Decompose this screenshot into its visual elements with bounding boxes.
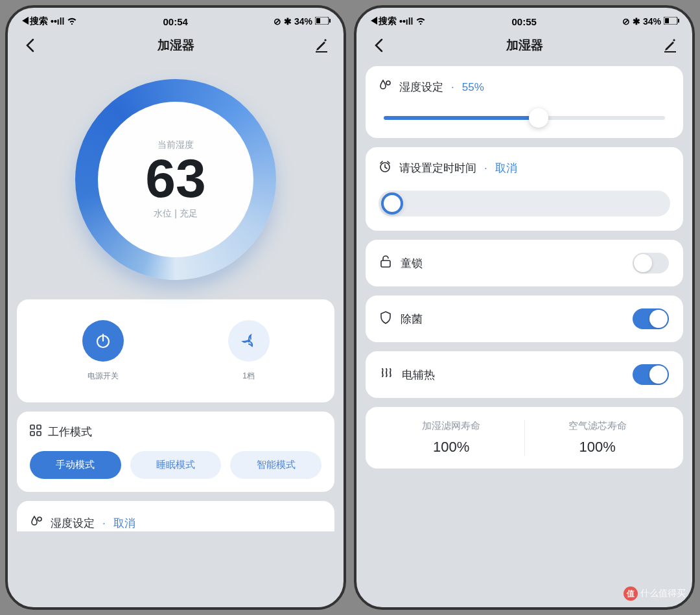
lock-icon [380, 255, 391, 272]
battery-icon [315, 16, 331, 27]
svg-point-11 [38, 517, 41, 521]
content-area: 当前湿度 63 水位 | 充足 电源开关 1档 [8, 66, 344, 607]
mode-sleep[interactable]: 睡眠模式 [130, 451, 222, 479]
sterilize-card: 除菌 [366, 296, 683, 342]
mode-card: 工作模式 手动模式 睡眠模式 智能模式 [17, 412, 334, 492]
humidity-gauge: 当前湿度 63 水位 | 充足 [17, 66, 334, 299]
battery-icon [664, 16, 679, 27]
orientation-lock-icon: ⊘ [274, 16, 281, 27]
sterilize-label: 除菌 [401, 312, 423, 327]
app-header: 加湿器 [8, 30, 344, 66]
battery-pct: 34% [294, 16, 312, 27]
timer-cancel-link[interactable]: 取消 [495, 161, 517, 176]
clock: 00:54 [163, 16, 188, 27]
svg-rect-2 [316, 18, 320, 23]
humidity-slider[interactable] [384, 116, 665, 120]
childlock-switch[interactable] [633, 253, 669, 273]
wifi-icon [415, 16, 426, 27]
status-bar: ◀搜索 ••ıll 00:55 ⊘ ✱ 34% [356, 8, 692, 30]
power-label: 电源开关 [88, 371, 119, 382]
phone-screen-right: ◀搜索 ••ıll 00:55 ⊘ ✱ 34% 加湿器 [354, 5, 695, 610]
heater-card: 电辅热 [366, 351, 683, 398]
svg-rect-18 [381, 261, 390, 267]
humidity-setting-label: 湿度设定 [51, 516, 95, 531]
humidity-setting-value: 55% [462, 81, 484, 94]
app-header: 加湿器 [356, 30, 692, 66]
back-button[interactable] [369, 36, 388, 54]
edit-button[interactable] [661, 36, 679, 54]
timer-icon [379, 160, 391, 176]
sterilize-switch[interactable] [633, 308, 669, 329]
content-area: 湿度设定 · 55% 请设置定时时间 · 取消 [356, 66, 692, 607]
fan-speed-button[interactable] [228, 320, 270, 362]
heat-icon [380, 367, 393, 383]
bluetooth-icon: ✱ [633, 16, 640, 27]
filter-life-card: 加湿滤网寿命 100% 空气滤芯寿命 100% [366, 407, 683, 469]
svg-point-16 [386, 81, 390, 85]
svg-rect-10 [37, 432, 41, 435]
slider-thumb[interactable] [529, 108, 548, 128]
timer-label: 请设置定时时间 [399, 161, 476, 176]
page-title: 加湿器 [506, 37, 543, 54]
shield-icon [380, 311, 391, 327]
svg-rect-13 [678, 19, 679, 23]
page-title: 加湿器 [158, 37, 194, 54]
mode-manual[interactable]: 手动模式 [30, 451, 121, 479]
droplet-icon [30, 515, 43, 531]
grid-icon [30, 424, 41, 439]
gauge-value: 63 [145, 151, 205, 205]
svg-rect-15 [664, 51, 676, 52]
orientation-lock-icon: ⊘ [622, 16, 630, 27]
bluetooth-icon: ✱ [284, 16, 292, 27]
humidity-setting-label: 湿度设定 [399, 80, 443, 95]
status-bar: ◀搜索 ••ıll 00:54 ⊘ ✱ 34% [8, 8, 344, 30]
svg-rect-9 [30, 432, 34, 435]
heater-label: 电辅热 [402, 367, 435, 382]
fan-speed-label: 1档 [242, 371, 255, 382]
humidity-cancel-link[interactable]: 取消 [113, 516, 135, 531]
watermark: 值 什么值得买 [624, 586, 686, 601]
back-to-app[interactable]: ◀搜索 [369, 16, 397, 27]
clock: 00:55 [512, 16, 537, 27]
air-filter-value: 100% [525, 439, 671, 456]
battery-pct: 34% [643, 16, 661, 27]
power-button[interactable] [82, 320, 124, 362]
timer-slider-thumb[interactable] [381, 192, 403, 215]
mode-smart[interactable]: 智能模式 [230, 451, 321, 479]
humid-filter-label: 加湿滤网寿命 [379, 420, 524, 432]
humidity-setting-card: 湿度设定 · 55% [366, 66, 683, 138]
svg-rect-8 [37, 425, 41, 429]
timer-card: 请设置定时时间 · 取消 [366, 147, 683, 231]
signal-icon: ••ıll [399, 16, 413, 27]
heater-switch[interactable] [633, 364, 669, 385]
edit-button[interactable] [312, 36, 331, 54]
svg-rect-3 [316, 51, 327, 52]
back-button[interactable] [21, 36, 39, 54]
air-filter-label: 空气滤芯寿命 [525, 420, 671, 432]
childlock-label: 童锁 [401, 256, 423, 271]
signal-icon: ••ıll [51, 16, 64, 27]
phone-screen-left: ◀搜索 ••ıll 00:54 ⊘ ✱ 34% 加湿器 [5, 5, 346, 610]
droplet-icon [379, 79, 391, 95]
svg-rect-14 [665, 18, 669, 23]
humid-filter-value: 100% [379, 439, 524, 456]
svg-rect-7 [30, 425, 34, 429]
svg-rect-1 [329, 19, 331, 23]
wifi-icon [67, 16, 77, 27]
childlock-card: 童锁 [366, 240, 683, 286]
mode-title: 工作模式 [48, 424, 92, 439]
timer-slider[interactable] [379, 191, 670, 216]
svg-point-6 [247, 340, 250, 343]
back-to-app[interactable]: ◀搜索 [21, 16, 48, 27]
gauge-status: 水位 | 充足 [154, 208, 197, 220]
humidity-setting-peek[interactable]: 湿度设定 · 取消 [17, 501, 334, 531]
controls-card: 电源开关 1档 [17, 299, 334, 402]
